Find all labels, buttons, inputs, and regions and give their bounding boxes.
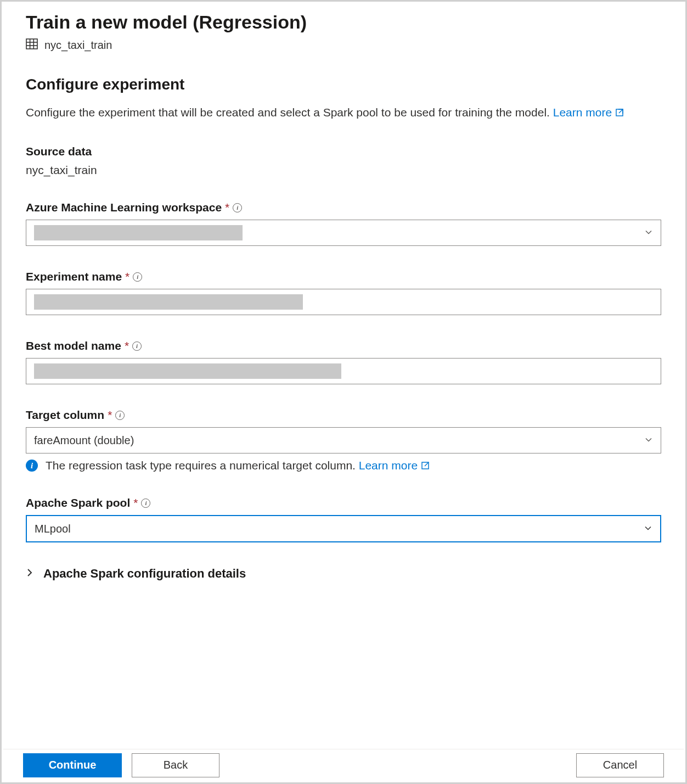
- svg-rect-0: [26, 39, 37, 49]
- source-header-row: nyc_taxi_train: [26, 38, 661, 52]
- spark-config-expander[interactable]: Apache Spark configuration details: [26, 567, 661, 581]
- source-data-field: Source data nyc_taxi_train: [26, 145, 661, 177]
- info-icon[interactable]: i: [141, 499, 150, 508]
- redacted-value: [34, 225, 243, 240]
- info-badge-icon: i: [26, 460, 38, 472]
- page-title: Train a new model (Regression): [26, 12, 661, 33]
- target-column-value: fareAmount (double): [34, 434, 134, 447]
- best-model-label: Best model name * i: [26, 339, 661, 352]
- experiment-label: Experiment name * i: [26, 270, 661, 283]
- redacted-value: [34, 294, 303, 310]
- experiment-input[interactable]: [26, 289, 661, 315]
- source-data-value: nyc_taxi_train: [26, 164, 661, 177]
- required-indicator: *: [125, 339, 129, 352]
- learn-more-link[interactable]: Learn more: [553, 104, 624, 121]
- redacted-value: [34, 363, 341, 379]
- section-description: Configure the experiment that will be cr…: [26, 104, 661, 121]
- spark-pool-label: Apache Spark pool * i: [26, 496, 661, 509]
- required-indicator: *: [133, 496, 138, 509]
- target-column-field: Target column * i fareAmount (double) i …: [26, 408, 661, 472]
- svg-line-8: [425, 462, 429, 466]
- best-model-field: Best model name * i: [26, 339, 661, 384]
- workspace-label: Azure Machine Learning workspace * i: [26, 201, 661, 214]
- info-icon[interactable]: i: [133, 272, 142, 282]
- required-indicator: *: [108, 408, 112, 422]
- target-column-label: Target column * i: [26, 408, 661, 422]
- workspace-select[interactable]: [26, 220, 661, 246]
- required-indicator: *: [125, 270, 129, 283]
- best-model-input[interactable]: [26, 358, 661, 384]
- info-icon[interactable]: i: [233, 203, 242, 212]
- panel-footer: Continue Back Cancel: [3, 749, 684, 781]
- chevron-right-icon: [26, 567, 33, 581]
- svg-line-6: [619, 109, 623, 113]
- section-title: Configure experiment: [26, 76, 661, 93]
- spark-pool-value: MLpool: [35, 523, 71, 535]
- chevron-down-icon: [644, 227, 653, 239]
- back-button[interactable]: Back: [132, 753, 219, 777]
- external-link-icon: [615, 108, 624, 117]
- cancel-button[interactable]: Cancel: [576, 753, 664, 777]
- spark-pool-select[interactable]: MLpool: [26, 515, 661, 542]
- target-column-select[interactable]: fareAmount (double): [26, 427, 661, 453]
- info-icon[interactable]: i: [132, 341, 142, 351]
- target-info-text: The regression task type requires a nume…: [46, 459, 430, 472]
- expander-label: Apache Spark configuration details: [43, 567, 246, 581]
- continue-button[interactable]: Continue: [23, 753, 122, 777]
- chevron-down-icon: [644, 523, 652, 535]
- target-learn-more-link[interactable]: Learn more: [359, 459, 430, 472]
- spark-pool-field: Apache Spark pool * i MLpool: [26, 496, 661, 542]
- source-name: nyc_taxi_train: [44, 39, 112, 52]
- table-icon: [26, 38, 38, 52]
- experiment-field: Experiment name * i: [26, 270, 661, 315]
- train-model-panel: Train a new model (Regression) nyc_taxi_…: [0, 0, 687, 784]
- source-data-label: Source data: [26, 145, 661, 158]
- workspace-field: Azure Machine Learning workspace * i: [26, 201, 661, 246]
- required-indicator: *: [225, 201, 229, 214]
- panel-body: Train a new model (Regression) nyc_taxi_…: [2, 2, 685, 751]
- external-link-icon: [421, 461, 430, 470]
- target-info-strip: i The regression task type requires a nu…: [26, 459, 661, 472]
- chevron-down-icon: [644, 434, 653, 447]
- info-icon[interactable]: i: [115, 411, 125, 420]
